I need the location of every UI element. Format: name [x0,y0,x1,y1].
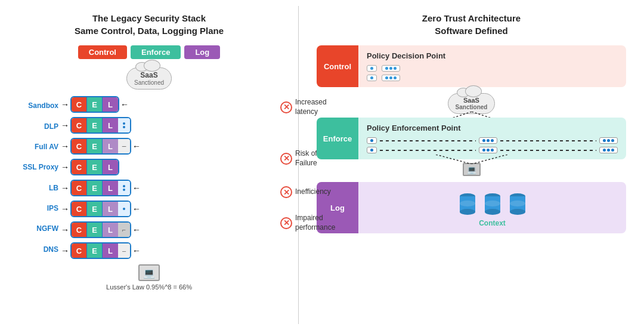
enforce-servers [367,137,618,153]
issue-performance: ✕ Impairedperformance [280,214,335,232]
legend-row: Control Enforce Log [78,45,220,59]
row-ngfw: → CE L ⌐ ← [61,221,280,239]
row-sslproxy: → CE L [61,158,280,176]
server-chip [382,65,400,72]
control-title: Policy Decision Point [367,51,618,60]
row-dlp: → CE L [61,116,280,134]
law-text: Lusser's Law 0.95%^8 = 66% [106,283,192,291]
label-dns: DNS [18,240,58,258]
row-sandbox: → CE L ← [61,95,280,113]
dashed-line [500,140,596,141]
bottom-area: 💻 Lusser's Law 0.95%^8 = 66% [106,264,192,291]
issue-inefficiency: ✕ Inefficiency [280,186,331,198]
saas-cloud-left: SaaS Sanctioned [126,67,172,90]
e-chip [367,137,377,144]
server-chip [382,75,400,81]
e-chip [599,147,618,153]
issue-risk: ✕ Risk ofFailure [280,149,317,168]
e-chip [479,137,497,144]
context-label: Context [367,219,618,227]
zt-diagram: Control Policy Decision Point [317,45,626,318]
control-block: Control Policy Decision Point [317,45,626,87]
enforce-title: Policy Enforcement Point [367,124,618,132]
laptop-dotted-lines [412,155,531,164]
enforce-row-2 [367,147,618,153]
laptop-icon-right: 💻 [463,163,481,176]
left-panel: The Legacy Security Stack Same Control, … [0,0,298,330]
laptop-enforce: 💻 [317,163,626,176]
db-icon-1 [459,192,476,215]
legend-enforce: Enforce [131,45,181,59]
row-dns: → CE L – ← [61,242,280,260]
e-chip [479,147,497,153]
db-icon-2 [484,192,501,215]
row-ips: → CE L ← [61,200,280,218]
legend-log: Log [184,45,220,59]
row-fullav: → CE L – ← [61,137,280,155]
label-dlp: DLP [18,118,58,135]
svg-point-11 [485,201,500,206]
svg-line-2 [436,155,472,164]
label-ips: IPS [18,199,58,217]
label-ngfw: NGFW [18,220,58,238]
label-lb: LB [18,179,58,197]
left-title: The Legacy Security Stack Same Control, … [75,12,224,37]
legend-control: Control [78,45,127,59]
label-sandbox: Sandbox [18,97,58,115]
label-sslproxy: SSL Proxy [18,158,58,176]
right-title: Zero Trust Architecture Software Defined [317,12,626,37]
control-content: Policy Decision Point [358,45,626,87]
db-icon-3 [509,192,527,215]
right-panel: Zero Trust Architecture Software Defined… [299,0,644,330]
svg-point-6 [460,209,475,215]
label-fullav: Full AV [18,138,58,156]
svg-point-10 [485,209,500,215]
enforce-section: SaaS Sanctioned Enforce Policy Enforceme… [317,93,626,176]
log-block: Log [317,182,626,233]
svg-point-7 [460,201,475,206]
dashed-line [380,140,476,141]
database-row [367,192,618,215]
control-servers [367,65,618,81]
server-chip [367,65,377,72]
enforce-block: Enforce Policy Enforcement Point [317,118,626,159]
log-content: Context [358,182,626,233]
row-lb: → CE L ← [61,179,280,197]
svg-point-14 [510,209,525,215]
enforce-label: Enforce [317,118,358,159]
server-chip [367,75,377,81]
server-row-2 [367,75,618,81]
e-chip [367,147,377,153]
laptop-icon-left: 💻 [138,264,160,281]
saas-cloud-right: SaaS Sanctioned [317,93,626,114]
dashed-line [500,150,596,151]
row-labels: Sandbox DLP Full AV SSL Proxy LB IPS NGF… [18,95,61,260]
svg-point-15 [510,201,525,206]
control-label: Control [317,45,358,87]
enforce-content: Policy Enforcement Point [358,118,626,159]
e-chip [599,137,618,144]
enforce-row-1 [367,137,618,144]
svg-line-3 [472,155,507,164]
server-row-1 [367,65,618,72]
dashed-line [380,150,476,151]
